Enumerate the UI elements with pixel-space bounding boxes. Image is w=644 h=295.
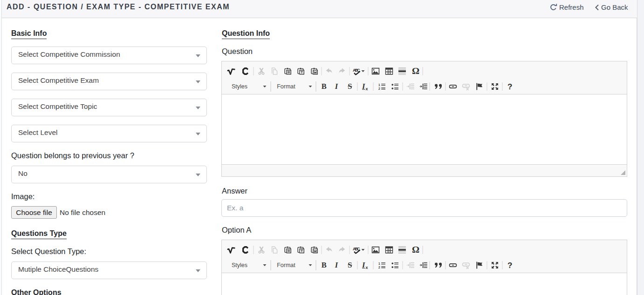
svg-text:1: 1 (378, 83, 380, 86)
svg-text:2: 2 (378, 266, 380, 269)
svg-text:1: 1 (378, 261, 380, 265)
svg-text:2: 2 (378, 87, 380, 90)
